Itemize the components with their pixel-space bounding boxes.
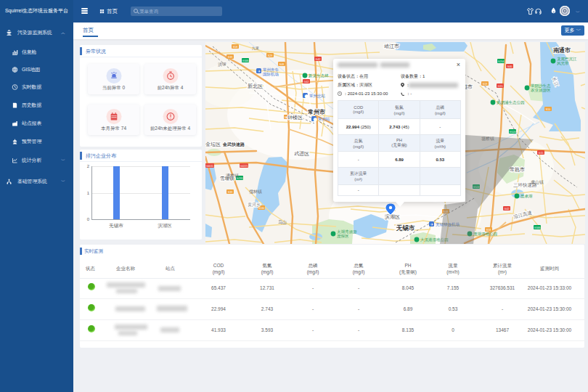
- svg-text:风光带: 风光带: [557, 61, 569, 66]
- svg-text:G40: G40: [507, 65, 513, 68]
- svg-text:G524: G524: [510, 131, 516, 134]
- svg-text:黄泗浦生态公园: 黄泗浦生态公园: [497, 100, 525, 105]
- svg-text:⬤: ⬤: [313, 117, 317, 122]
- svg-text:S10: S10: [546, 108, 550, 111]
- svg-text:滨湖区: 滨湖区: [385, 213, 400, 220]
- svg-text:✈: ✈: [258, 69, 261, 73]
- svg-text:G346: G346: [534, 226, 541, 229]
- svg-text:虞山镇: 虞山镇: [531, 180, 544, 184]
- svg-text:常州市: 常州市: [308, 108, 325, 115]
- svg-text:儒林镇: 儒林镇: [249, 189, 262, 195]
- svg-text:S240: S240: [258, 207, 264, 210]
- svg-text:武进区: 武进区: [294, 151, 309, 157]
- svg-text:S39: S39: [228, 191, 232, 194]
- svg-text:靖江市: 靖江市: [384, 43, 399, 49]
- svg-text:南通市: 南通市: [553, 46, 571, 54]
- svg-text:新北区: 新北区: [248, 83, 263, 89]
- svg-text:G42: G42: [316, 58, 321, 61]
- svg-text:钟楼区: 钟楼区: [287, 115, 303, 121]
- svg-text:洪甲: 洪甲: [218, 62, 226, 67]
- svg-text:度假区: 度假区: [337, 234, 349, 239]
- svg-text:G15: G15: [498, 85, 503, 88]
- svg-text:常州站: 常州站: [318, 117, 330, 121]
- svg-text:常州北站: 常州北站: [309, 94, 326, 99]
- svg-text:常熟市: 常熟市: [510, 166, 525, 173]
- svg-text:S58: S58: [486, 229, 491, 232]
- svg-text:S29: S29: [268, 54, 272, 57]
- svg-text:马山: 马山: [278, 220, 287, 224]
- svg-text:G204: G204: [498, 60, 505, 63]
- svg-text:G4221: G4221: [240, 165, 248, 168]
- svg-text:漕湖湿地公园: 漕湖湿地公园: [473, 232, 497, 237]
- svg-text:金武快速路: 金武快速路: [222, 142, 245, 147]
- svg-text:G42: G42: [505, 208, 510, 211]
- svg-text:国际机场: 国际机场: [263, 72, 279, 77]
- svg-text:G346: G346: [242, 60, 249, 62]
- svg-text:S19: S19: [483, 83, 487, 86]
- svg-text:G15: G15: [539, 152, 544, 155]
- svg-text:S48: S48: [279, 63, 284, 66]
- svg-text:G4011: G4011: [206, 165, 214, 168]
- svg-text:新龙生态林: 新龙生态林: [309, 73, 329, 78]
- svg-text:黄河乡: 黄河乡: [248, 203, 261, 207]
- svg-text:昆承湖: 昆承湖: [520, 194, 533, 199]
- svg-text:农业旅游区: 农业旅游区: [531, 88, 551, 93]
- svg-text:S58: S58: [233, 46, 237, 49]
- svg-text:⬤: ⬤: [304, 94, 309, 99]
- svg-text:G42: G42: [304, 81, 309, 83]
- svg-text:九里: 九里: [252, 46, 259, 50]
- svg-text:无锡市: 无锡市: [396, 224, 415, 232]
- svg-text:S39: S39: [228, 56, 232, 59]
- svg-text:金坛区: 金坛区: [205, 142, 221, 147]
- svg-text:✈: ✈: [430, 222, 433, 226]
- svg-text:漕桥镇: 漕桥镇: [226, 173, 239, 179]
